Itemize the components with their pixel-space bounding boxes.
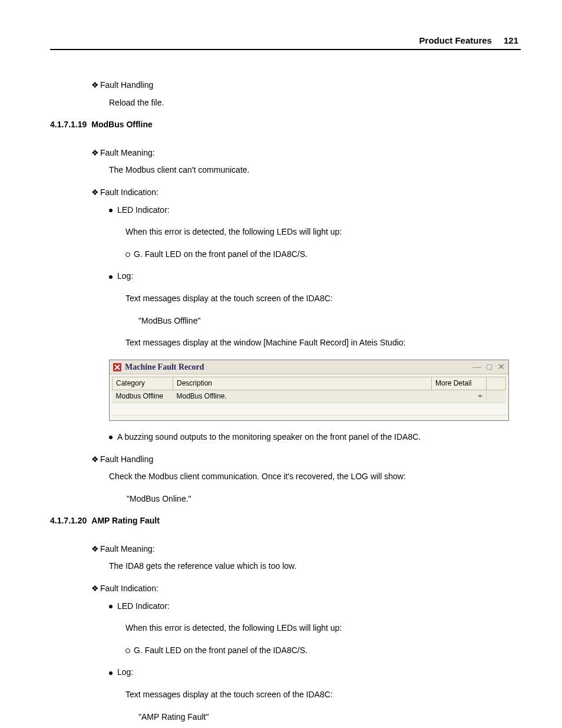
fault-handling-text: Check the Modbus client communication. O…	[109, 471, 521, 483]
circle-bullet-icon	[125, 252, 130, 257]
section-heading: 4.1.7.1.19 ModBus Offline	[50, 119, 521, 131]
led-indicator-text: When this error is detected, the followi…	[125, 622, 521, 634]
app-icon	[113, 363, 121, 371]
col-description[interactable]: Description	[173, 377, 432, 390]
section-heading: 4.1.7.1.20 AMP Rating Fault	[50, 515, 521, 527]
diamond-bullet-icon: ❖	[91, 543, 99, 555]
header-page-number: 121	[504, 35, 518, 45]
bullet-icon	[109, 671, 113, 675]
window-body: Category Description More Detail Modbus …	[110, 374, 508, 420]
page-header: Product Features 121	[50, 35, 521, 50]
bullet-icon	[109, 209, 113, 212]
led-indicator-label: LED Indicator:	[109, 601, 521, 612]
fault-indication-label: ❖Fault Indication:	[91, 187, 521, 199]
window-title: Machine Fault Record	[125, 361, 473, 373]
log-label: Log:	[109, 271, 521, 282]
diamond-bullet-icon: ❖	[91, 147, 99, 159]
diamond-bullet-icon: ❖	[91, 454, 99, 466]
log-msg-1: "ModBus Offline"	[138, 315, 521, 327]
col-more-detail[interactable]: More Detail	[432, 377, 487, 390]
col-category[interactable]: Category	[113, 377, 173, 390]
close-icon[interactable]: ✕	[498, 361, 505, 373]
cell-spacer	[487, 390, 506, 403]
buzz-text: A buzzing sound outputs to the monitorin…	[109, 431, 521, 443]
led-indicator-text: When this error is detected, the followi…	[125, 226, 521, 238]
cell-more-detail[interactable]	[432, 390, 487, 403]
diamond-bullet-icon: ❖	[91, 187, 99, 199]
cell-description: ModBus Offline.	[173, 390, 432, 403]
bullet-icon	[109, 436, 113, 439]
minimize-icon[interactable]: —	[473, 361, 481, 373]
fault-handling-text: Reload the file.	[109, 97, 521, 109]
fault-handling-label: ❖Fault Handling	[91, 454, 521, 466]
log-msg-1: "AMP Rating Fault"	[138, 711, 521, 723]
log-text-2: Text messages display at the window [Mac…	[125, 337, 521, 349]
window-titlebar: Machine Fault Record — □ ✕	[110, 360, 508, 375]
fault-indication-label: ❖Fault Indication:	[91, 583, 521, 595]
log-text-1: Text messages display at the touch scree…	[125, 293, 521, 305]
header-title: Product Features	[419, 35, 492, 45]
fault-meaning-text: The IDA8 gets the reference value which …	[109, 561, 521, 572]
machine-fault-record-window: Machine Fault Record — □ ✕ Category Desc…	[109, 360, 509, 421]
table-row-empty	[113, 403, 506, 415]
dropdown-icon[interactable]	[478, 395, 482, 398]
fault-meaning-label: ❖Fault Meaning:	[91, 543, 521, 555]
bullet-icon	[109, 275, 113, 279]
col-spacer	[487, 377, 506, 390]
fault-meaning-text: The Modbus client can't communicate.	[109, 164, 521, 176]
table-row[interactable]: Modbus Offline ModBus Offline.	[113, 390, 506, 403]
cell-category: Modbus Offline	[113, 390, 173, 403]
diamond-bullet-icon: ❖	[91, 80, 99, 91]
fault-handling-msg: "ModBus Online."	[127, 493, 521, 505]
maximize-icon[interactable]: □	[487, 361, 492, 373]
fault-meaning-label: ❖Fault Meaning:	[91, 147, 521, 159]
diamond-bullet-icon: ❖	[91, 583, 99, 595]
led-indicator-label: LED Indicator:	[109, 205, 521, 216]
log-text-1: Text messages display at the touch scree…	[125, 689, 521, 701]
led-item: G. Fault LED on the front panel of the I…	[125, 249, 521, 261]
led-item: G. Fault LED on the front panel of the I…	[125, 645, 521, 657]
fault-record-table: Category Description More Detail Modbus …	[112, 377, 506, 416]
circle-bullet-icon	[125, 648, 130, 653]
log-label: Log:	[109, 667, 521, 678]
fault-handling-label: ❖Fault Handling	[91, 80, 521, 91]
bullet-icon	[109, 605, 113, 608]
